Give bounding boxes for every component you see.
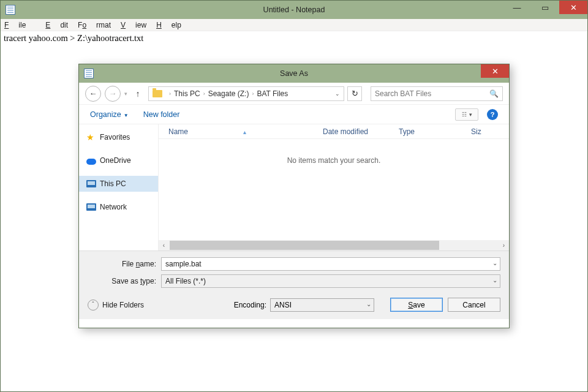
chevron-up-icon: ˆ: [88, 300, 99, 311]
scroll-left-arrow[interactable]: ‹: [159, 240, 169, 251]
nav-up-button[interactable]: ↑: [131, 87, 145, 100]
column-date[interactable]: Date modified: [323, 127, 399, 136]
refresh-button[interactable]: ↻: [347, 86, 362, 101]
search-icon: 🔍: [489, 89, 499, 98]
dropdown-arrow-icon[interactable]: ⌄: [492, 260, 497, 266]
chevron-right-icon: ›: [169, 91, 171, 97]
savetype-select[interactable]: All Files (*.*) ⌄: [161, 274, 500, 288]
encoding-label: Encoding:: [234, 301, 266, 309]
dialog-titlebar[interactable]: Save As ✕: [79, 64, 509, 83]
file-list[interactable]: No items match your search. ‹ ›: [159, 139, 509, 251]
dropdown-arrow-icon[interactable]: ⌄: [366, 301, 371, 307]
notepad-text-area[interactable]: tracert yahoo.com > Z:\yahootracert.txt: [1, 31, 587, 45]
horizontal-scrollbar[interactable]: ‹ ›: [159, 240, 509, 251]
cloud-icon: [86, 159, 96, 165]
navigation-pane: ★ Favorites OneDrive This PC Network: [79, 124, 159, 251]
hide-folders-button[interactable]: ˆ Hide Folders: [88, 300, 144, 311]
nav-forward-button[interactable]: →: [105, 86, 121, 102]
organize-menu[interactable]: Organize▼: [90, 110, 129, 119]
nav-favorites[interactable]: ★ Favorites: [79, 129, 158, 145]
address-dropdown-icon[interactable]: ⌄: [335, 91, 340, 97]
save-button[interactable]: Save: [390, 298, 443, 312]
column-headers: Name▴ Date modified Type Siz: [159, 124, 509, 139]
notepad-title: Untitled - Notepad: [1, 6, 587, 14]
menu-file[interactable]: File: [4, 21, 36, 29]
menu-format[interactable]: Format: [78, 21, 111, 29]
view-icon: ☷: [462, 111, 467, 118]
breadcrumb-item[interactable]: This PC: [174, 89, 200, 98]
minimize-button[interactable]: —: [503, 1, 531, 14]
save-as-dialog: Save As ✕ ← → ▾ ↑ › This PC › Seagate (Z…: [78, 64, 510, 328]
savetype-label: Save as type:: [88, 277, 161, 285]
maximize-button[interactable]: ▭: [531, 1, 559, 14]
search-input[interactable]: Search BAT Files 🔍: [371, 86, 503, 101]
pc-icon: [86, 180, 96, 187]
notepad-menubar: File Edit Format View Help: [1, 19, 587, 31]
folder-icon: [153, 90, 162, 97]
nav-back-button[interactable]: ←: [85, 86, 101, 102]
encoding-select[interactable]: ANSI ⌄: [270, 298, 374, 312]
filename-input[interactable]: sample.bat ⌄: [161, 257, 500, 271]
dropdown-arrow-icon[interactable]: ⌄: [492, 277, 497, 284]
menu-edit[interactable]: Edit: [45, 21, 68, 29]
nav-network[interactable]: Network: [79, 199, 158, 215]
filename-label: File name:: [88, 260, 161, 268]
dialog-toolbar: Organize▼ New folder ☷▾ ?: [79, 105, 509, 124]
dropdown-arrow-icon: ▼: [124, 113, 129, 118]
help-button[interactable]: ?: [487, 109, 498, 120]
view-options-button[interactable]: ☷▾: [455, 108, 478, 121]
breadcrumb-item[interactable]: Seagate (Z:): [208, 89, 249, 98]
dialog-bottom-panel: File name: sample.bat ⌄ Save as type: Al…: [79, 251, 509, 319]
address-bar[interactable]: › This PC › Seagate (Z:) › BAT Files ⌄: [148, 86, 344, 101]
nav-history-dropdown[interactable]: ▾: [124, 91, 127, 97]
close-button[interactable]: ✕: [559, 1, 587, 14]
column-type[interactable]: Type: [399, 127, 471, 136]
explorer-body: ★ Favorites OneDrive This PC Network Nam…: [79, 124, 509, 251]
cancel-button[interactable]: Cancel: [448, 298, 500, 312]
new-folder-button[interactable]: New folder: [143, 110, 180, 119]
network-icon: [86, 203, 96, 211]
empty-message: No items match your search.: [287, 156, 381, 165]
scroll-thumb[interactable]: [170, 241, 439, 250]
nav-this-pc[interactable]: This PC: [79, 176, 158, 192]
notepad-titlebar[interactable]: Untitled - Notepad — ▭ ✕: [1, 1, 587, 19]
chevron-right-icon: ›: [252, 91, 254, 97]
dropdown-arrow-icon: ▾: [469, 111, 472, 118]
dialog-title: Save As: [79, 69, 509, 78]
chevron-right-icon: ›: [203, 91, 205, 97]
column-size[interactable]: Siz: [471, 127, 481, 136]
star-icon: ★: [86, 133, 96, 141]
column-name[interactable]: Name▴: [168, 127, 323, 136]
menu-view[interactable]: View: [121, 21, 146, 29]
breadcrumb-item[interactable]: BAT Files: [257, 89, 288, 98]
scroll-track[interactable]: [170, 241, 498, 250]
nav-onedrive[interactable]: OneDrive: [79, 153, 158, 168]
menu-help[interactable]: Help: [156, 21, 181, 29]
sort-arrow-icon: ▴: [243, 129, 246, 135]
dialog-close-button[interactable]: ✕: [481, 64, 509, 78]
file-list-pane: Name▴ Date modified Type Siz No items ma…: [159, 124, 509, 251]
scroll-right-arrow[interactable]: ›: [499, 240, 509, 251]
search-placeholder: Search BAT Files: [375, 89, 431, 98]
address-bar-row: ← → ▾ ↑ › This PC › Seagate (Z:) › BAT F…: [79, 83, 509, 105]
